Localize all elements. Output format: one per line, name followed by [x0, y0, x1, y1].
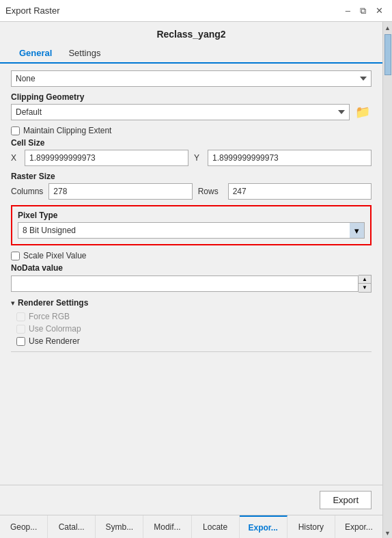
panel: Reclass_yang2 General Settings None	[0, 22, 382, 538]
spin-down-button[interactable]: ▼	[359, 284, 371, 292]
bottom-tab-geoprocessing[interactable]: Geop...	[0, 515, 48, 538]
scale-pixel-label: Scale Pixel Value	[23, 251, 87, 260]
renderer-toggle-icon[interactable]: ▾	[11, 299, 15, 308]
spin-up-button[interactable]: ▲	[359, 275, 371, 284]
main-area: Reclass_yang2 General Settings None	[0, 22, 392, 538]
force-rgb-row: Force RGB	[16, 312, 372, 321]
x-label: X	[11, 153, 19, 163]
renderer-options: Force RGB Use Colormap Use Renderer	[11, 312, 372, 346]
pixel-type-select-wrapper: 1 Bit 2 Bit 4 Bit 8 Bit Unsigned 8 Bit S…	[18, 222, 365, 239]
bottom-tab-export2[interactable]: Expor...	[335, 515, 382, 538]
columns-label: Columns	[11, 187, 43, 196]
scroll-thumb[interactable]	[384, 34, 391, 75]
none-dropdown-group: None	[11, 70, 372, 87]
cell-size-row: X Y	[11, 150, 372, 166]
bottom-tab-symbology[interactable]: Symb...	[96, 515, 143, 538]
tabs-row: General Settings	[0, 42, 382, 64]
folder-icon: 📁	[355, 105, 370, 119]
pixel-type-label: Pixel Type	[18, 211, 365, 220]
raster-size-row: Columns Rows	[11, 183, 372, 200]
export-button[interactable]: Export	[320, 491, 372, 509]
scale-pixel-checkbox[interactable]	[11, 252, 20, 260]
nodata-row: ▲ ▼	[11, 275, 372, 293]
float-button[interactable]: ⧉	[356, 5, 369, 16]
partial-section	[11, 351, 372, 365]
scale-pixel-row: Scale Pixel Value	[11, 251, 372, 260]
none-select[interactable]: None	[11, 70, 372, 87]
columns-input[interactable]	[48, 183, 192, 200]
use-colormap-label: Use Colormap	[29, 324, 81, 334]
bottom-tab-bar: Geop... Catal... Symb... Modif... Locate…	[0, 515, 382, 538]
pixel-type-select[interactable]: 1 Bit 2 Bit 4 Bit 8 Bit Unsigned 8 Bit S…	[18, 222, 365, 239]
bottom-tab-catalog[interactable]: Catal...	[48, 515, 96, 538]
folder-button[interactable]: 📁	[354, 106, 372, 118]
title-bar: Export Raster – ⧉ ✕	[0, 0, 392, 22]
rows-input[interactable]	[228, 183, 372, 200]
title-bar-controls: – ⧉ ✕	[342, 5, 387, 16]
default-select[interactable]: Default	[11, 104, 350, 120]
title-bar-title: Export Raster	[5, 5, 59, 16]
raster-size-label: Raster Size	[11, 172, 372, 181]
use-renderer-row: Use Renderer	[16, 336, 372, 346]
none-select-wrapper: None	[11, 70, 372, 87]
close-button[interactable]: ✕	[372, 5, 387, 16]
tab-settings[interactable]: Settings	[60, 45, 109, 62]
force-rgb-label: Force RGB	[29, 312, 70, 321]
maintain-clipping-label: Maintain Clipping Extent	[23, 126, 111, 135]
bottom-tab-history[interactable]: History	[288, 515, 335, 538]
panel-header: Reclass_yang2	[0, 22, 382, 42]
pin-button[interactable]: –	[342, 5, 354, 16]
bottom-tab-modify[interactable]: Modif...	[143, 515, 191, 538]
use-renderer-label: Use Renderer	[29, 336, 80, 346]
renderer-settings-group: ▾ Renderer Settings Force RGB Use Colorm…	[11, 298, 372, 346]
bottom-tab-locate[interactable]: Locate	[192, 515, 240, 538]
pixel-type-section: Pixel Type 1 Bit 2 Bit 4 Bit 8 Bit Unsig…	[11, 205, 372, 245]
x-input[interactable]	[25, 150, 188, 166]
tab-general[interactable]: General	[11, 45, 60, 62]
renderer-header: ▾ Renderer Settings	[11, 298, 372, 308]
scrollbar-track[interactable]: ▲ ▼	[382, 22, 392, 538]
default-select-wrapper: Default	[11, 104, 350, 120]
scroll-up-arrow[interactable]: ▲	[384, 23, 391, 33]
use-renderer-checkbox[interactable]	[16, 337, 25, 346]
y-input[interactable]	[208, 150, 372, 166]
renderer-label: Renderer Settings	[18, 298, 88, 308]
maintain-clipping-checkbox[interactable]	[11, 126, 20, 135]
nodata-input[interactable]	[11, 275, 359, 292]
panel-subtitle: Reclass_yang2	[156, 29, 225, 40]
y-label: Y	[194, 153, 202, 163]
nodata-label: NoData value	[11, 263, 372, 273]
bottom-tab-export[interactable]: Expor...	[240, 515, 288, 538]
use-colormap-row: Use Colormap	[16, 324, 372, 334]
nodata-spinner: ▲ ▼	[359, 275, 372, 293]
force-rgb-checkbox[interactable]	[16, 312, 25, 321]
cell-size-label: Cell Size	[11, 138, 372, 148]
rows-label: Rows	[198, 187, 223, 196]
maintain-clipping-row: Maintain Clipping Extent	[11, 126, 372, 135]
action-bar: Export	[0, 485, 382, 515]
default-dropdown-group: Default 📁	[11, 104, 372, 120]
panel-content[interactable]: None Clipping Geometry Default 📁	[0, 64, 382, 485]
use-colormap-checkbox[interactable]	[16, 325, 25, 334]
scroll-down-arrow[interactable]: ▼	[384, 528, 391, 538]
clipping-geometry-label: Clipping Geometry	[11, 92, 372, 102]
